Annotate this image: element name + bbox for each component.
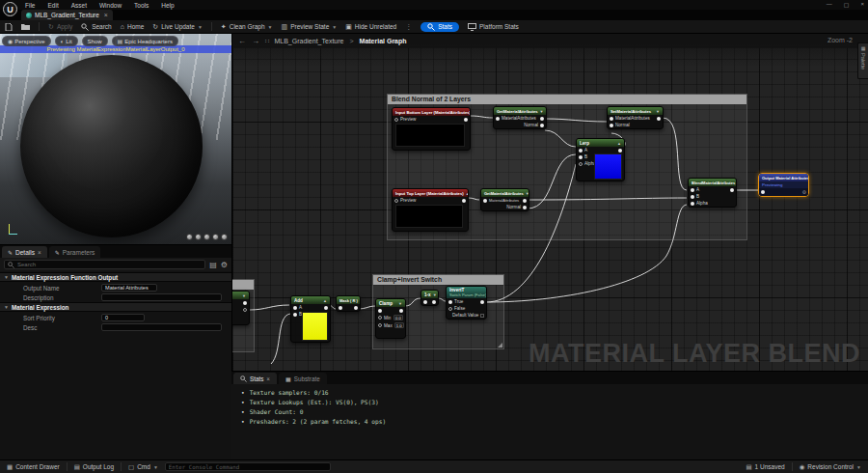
pin-input[interactable] xyxy=(339,306,342,310)
breadcrumb-page[interactable]: Material Graph xyxy=(360,38,407,44)
tab-details[interactable]: ✎Details× xyxy=(2,246,47,258)
breadcrumb-asset[interactable]: MLB_Gradient_Texture xyxy=(274,38,343,44)
live-update-button[interactable]: ↻Live Update▼ xyxy=(152,23,203,31)
node-input-bottom-layer[interactable]: Input Bottom Layer (MaterialAttributes)▲… xyxy=(392,107,471,151)
menu-help[interactable]: Help xyxy=(159,1,176,10)
pin-input[interactable] xyxy=(378,309,382,313)
collapse-icon[interactable]: ▼ xyxy=(526,191,529,196)
pin-alpha-in[interactable] xyxy=(691,202,694,206)
collapse-icon[interactable]: ▼ xyxy=(433,292,437,297)
pin-output[interactable] xyxy=(464,118,468,122)
pin-normal-out[interactable] xyxy=(540,124,544,127)
home-button[interactable]: ⌂Home xyxy=(121,23,145,30)
apply-button[interactable]: ↻Apply xyxy=(48,23,72,31)
details-search-box[interactable] xyxy=(4,260,205,269)
node-get-material-attributes-bottom[interactable]: GetMaterialAttributes▼ MaterialAttribute… xyxy=(480,188,529,211)
pin-output[interactable] xyxy=(730,188,734,192)
close-icon[interactable]: × xyxy=(860,1,864,8)
console-command-box[interactable] xyxy=(165,462,331,471)
pin-output[interactable] xyxy=(480,300,484,304)
pin-max-in[interactable] xyxy=(378,323,382,327)
collapse-icon[interactable]: ▲ xyxy=(323,298,327,303)
node-invert-switch-parameter[interactable]: InvertT Switch Param (False) True False … xyxy=(446,286,487,320)
asset-tab[interactable]: MLB_Gradient_Texture × xyxy=(21,10,113,20)
tab-substrate[interactable]: ▦Substrate xyxy=(279,373,327,384)
pin-output[interactable] xyxy=(354,306,358,310)
tab-close-icon[interactable]: × xyxy=(104,12,108,18)
pin-output[interactable] xyxy=(657,117,661,121)
more-options-icon[interactable]: ⋮ xyxy=(405,23,412,31)
pin-normal-out[interactable] xyxy=(523,206,527,209)
pin-materialattributes-in[interactable] xyxy=(496,117,500,121)
pin-output[interactable] xyxy=(432,300,436,304)
node-blend-material-attributes[interactable]: BlendMaterialAttributes▼ A B Alpha xyxy=(688,178,737,208)
pin-alpha-in[interactable] xyxy=(579,162,583,166)
console-command-input[interactable] xyxy=(169,464,327,470)
collapse-icon[interactable]: ▼ xyxy=(656,109,660,114)
back-arrow-icon[interactable]: ← xyxy=(238,37,246,45)
clean-graph-button[interactable]: ✦Clean Graph▼ xyxy=(221,23,273,31)
pin-materialattributes-out[interactable] xyxy=(523,199,527,203)
pin-true-in[interactable] xyxy=(448,300,452,304)
pin-input[interactable] xyxy=(761,190,765,194)
collapse-icon[interactable]: ▼ xyxy=(398,301,402,306)
menu-edit[interactable]: Edit xyxy=(45,1,60,10)
details-search-input[interactable] xyxy=(17,262,202,267)
stats-toggle-button[interactable]: Stats xyxy=(420,22,459,32)
unsaved-button[interactable]: ▤1 Unsaved xyxy=(739,460,791,473)
preview-mesh-plane-button[interactable] xyxy=(203,234,210,240)
search-button[interactable]: Search xyxy=(81,23,112,31)
gear-icon[interactable]: ⚙ xyxy=(221,261,228,269)
output-log-button[interactable]: ▤Output Log xyxy=(68,460,121,473)
pin-normal-in[interactable] xyxy=(610,124,613,127)
node-clamp[interactable]: Clamp▼ Min0.0 Max1.0 xyxy=(375,298,406,339)
node-clipped-left[interactable]: ▼ xyxy=(231,291,250,325)
sort-priority-field[interactable]: 0 xyxy=(101,314,145,321)
max-value-box[interactable]: 1.0 xyxy=(394,322,404,328)
node-add[interactable]: Add▲ A B xyxy=(290,295,331,343)
viewport-show-button[interactable]: Show xyxy=(82,36,108,46)
pin-output[interactable] xyxy=(324,306,328,310)
node-mask-r[interactable]: Mask ( R )▼ xyxy=(336,295,361,312)
pin-preview-in[interactable] xyxy=(394,118,398,122)
node-get-material-attributes-top[interactable]: GetMaterialAttributes▼ MaterialAttribute… xyxy=(493,106,547,129)
platform-stats-button[interactable]: Platform Stats xyxy=(468,23,519,31)
pin-a-in[interactable] xyxy=(293,306,297,310)
pin-b-in[interactable] xyxy=(293,313,297,317)
revision-control-button[interactable]: ◉Revision Control▼ xyxy=(793,460,868,473)
graph-view-icon[interactable]: ∷ xyxy=(265,38,268,45)
pin-a-in[interactable] xyxy=(579,149,583,153)
menu-tools[interactable]: Tools xyxy=(132,1,150,10)
pin-output[interactable] xyxy=(399,309,403,313)
node-lerp[interactable]: Lerp▲ A B Alpha xyxy=(576,138,625,181)
viewport-lit-button[interactable]: ◐Lit xyxy=(55,36,78,46)
preview-mesh-sphere-button[interactable] xyxy=(195,234,202,240)
browse-button[interactable] xyxy=(21,23,30,31)
preview-mesh-custom-button[interactable] xyxy=(221,234,228,240)
viewport-perspective-button[interactable]: ◉Perspective xyxy=(2,36,51,46)
menu-asset[interactable]: Asset xyxy=(69,1,89,10)
pin-min-in[interactable] xyxy=(378,316,382,320)
gear-icon[interactable]: ⚙ xyxy=(802,189,806,195)
comment-title[interactable] xyxy=(231,280,254,290)
hide-unrelated-button[interactable]: ▣Hide Unrelated xyxy=(345,23,396,31)
menu-window[interactable]: Window xyxy=(97,1,123,10)
output-name-field[interactable]: Material Attributes xyxy=(101,284,157,292)
collapse-icon[interactable]: ▼ xyxy=(242,293,246,298)
node-output-material-attributes[interactable]: Output Material Attributes▼ Previewing ⚙ xyxy=(758,173,809,197)
pin-output[interactable] xyxy=(243,301,247,305)
comment-resize-handle[interactable] xyxy=(498,343,502,348)
description-field[interactable] xyxy=(101,293,222,301)
minimize-icon[interactable]: — xyxy=(827,1,832,8)
pin-output[interactable] xyxy=(462,199,466,203)
content-drawer-button[interactable]: ▦Content Drawer xyxy=(0,460,67,473)
pin-b-in[interactable] xyxy=(579,155,583,159)
palette-tab[interactable]: ▦ Palette xyxy=(857,42,868,79)
preview-viewport[interactable]: Previewing MaterialExpressionMaterialLay… xyxy=(0,34,231,244)
close-icon[interactable]: × xyxy=(38,249,41,256)
pin-a-in[interactable] xyxy=(691,188,694,192)
node-set-material-attributes[interactable]: SetMaterialAttributes▼ MaterialAttribute… xyxy=(607,106,664,129)
preview-mesh-cylinder-button[interactable] xyxy=(186,234,193,240)
pin-materialattributes-in[interactable] xyxy=(610,117,613,121)
save-preset-icon[interactable]: ▤ xyxy=(209,261,217,269)
